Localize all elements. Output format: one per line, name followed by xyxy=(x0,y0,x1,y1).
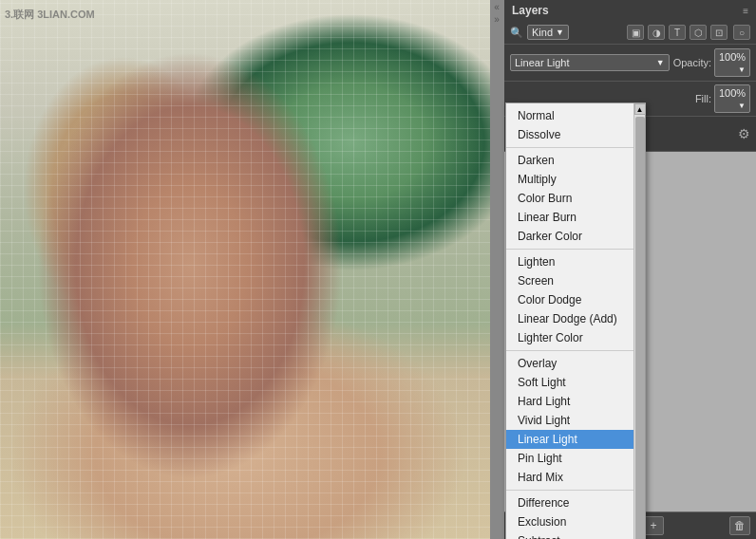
scroll-up-button[interactable]: ▲ xyxy=(634,103,646,115)
blend-hard-light[interactable]: Hard Light xyxy=(506,392,645,411)
panel-title: Layers xyxy=(512,4,549,17)
blend-section-normal: Normal Dissolve xyxy=(506,103,645,148)
filter-text-icon[interactable]: T xyxy=(669,25,686,40)
blend-section-difference: Difference Exclusion Subtract Divide xyxy=(506,491,645,539)
delete-layer-button[interactable]: 🗑 xyxy=(729,516,750,535)
blend-linear-dodge[interactable]: Linear Dodge (Add) xyxy=(506,309,645,328)
blend-screen[interactable]: Screen xyxy=(506,271,645,290)
watermark: 3.联网 3LIAN.COM xyxy=(5,8,95,22)
blend-section-lighten: Lighten Screen Color Dodge Linear Dodge … xyxy=(506,250,645,351)
scroll-thumb[interactable] xyxy=(635,117,645,539)
new-layer-button[interactable]: + xyxy=(643,516,664,535)
panel-collapser[interactable]: « » xyxy=(490,0,503,539)
blend-lighten[interactable]: Lighten xyxy=(506,252,645,271)
filter-icons: ▣ ◑ T ⬡ ⊡ xyxy=(627,25,728,40)
new-layer-icon: + xyxy=(650,519,656,532)
opacity-arrow: ▼ xyxy=(738,65,746,74)
filter-bar: 🔍 Kind ▼ ▣ ◑ T ⬡ ⊡ ○ xyxy=(504,21,756,45)
filter-adjust-icon[interactable]: ◑ xyxy=(648,25,665,40)
blend-dissolve[interactable]: Dissolve xyxy=(506,125,645,144)
filter-kind-label: Kind xyxy=(532,27,553,38)
collapse-left-icon[interactable]: « xyxy=(494,2,500,12)
blend-mode-bar: Linear Light ▼ Opacity: 100% ▼ xyxy=(504,45,756,82)
opacity-wrap: Opacity: 100% ▼ xyxy=(673,48,750,77)
blend-mode-arrow: ▼ xyxy=(656,58,665,67)
canvas-area: 3.联网 3LIAN.COM xyxy=(0,0,503,539)
panel-menu-icon[interactable]: ≡ xyxy=(743,6,748,16)
blend-exclusion[interactable]: Exclusion xyxy=(506,512,645,531)
blend-soft-light[interactable]: Soft Light xyxy=(506,373,645,392)
filter-shape-icon[interactable]: ⬡ xyxy=(690,25,707,40)
filter-kind-arrow: ▼ xyxy=(556,28,564,37)
filter-smart-icon[interactable]: ⊡ xyxy=(710,25,728,40)
blend-hard-mix[interactable]: Hard Mix xyxy=(506,468,645,487)
blend-mode-value: Linear Light xyxy=(515,57,570,68)
blend-normal[interactable]: Normal xyxy=(506,106,645,125)
filter-kind-select[interactable]: Kind ▼ xyxy=(527,25,569,40)
delete-icon: 🗑 xyxy=(734,519,746,532)
blend-difference[interactable]: Difference xyxy=(506,493,645,512)
opacity-label: Opacity: xyxy=(673,57,711,68)
filter-toggle-btn[interactable]: ○ xyxy=(733,25,750,40)
panel-title-bar: Layers ≡ xyxy=(504,0,756,21)
blend-multiply[interactable]: Multiply xyxy=(506,170,645,189)
blend-mode-select[interactable]: Linear Light ▼ xyxy=(510,54,670,71)
blend-color-burn[interactable]: Color Burn xyxy=(506,189,645,208)
blend-section-darken: Darken Multiply Color Burn Linear Burn D… xyxy=(506,148,645,250)
layer-options-icon[interactable]: ⚙ xyxy=(738,126,750,141)
blend-mode-dropdown: Normal Dissolve Darken Multiply Color Bu… xyxy=(505,102,646,539)
fill-arrow: ▼ xyxy=(738,102,746,110)
blend-lighter-color[interactable]: Lighter Color xyxy=(506,328,645,347)
blend-color-dodge[interactable]: Color Dodge xyxy=(506,290,645,309)
blend-linear-light[interactable]: Linear Light xyxy=(506,430,645,449)
collapse-right-icon[interactable]: » xyxy=(494,14,500,25)
blend-section-overlay: Overlay Soft Light Hard Light Vivid Ligh… xyxy=(506,351,645,491)
fill-wrap: Fill: 100% ▼ xyxy=(695,84,750,113)
fill-input[interactable]: 100% ▼ xyxy=(714,84,750,113)
opacity-input[interactable]: 100% ▼ xyxy=(714,48,750,77)
blend-linear-burn[interactable]: Linear Burn xyxy=(506,208,645,227)
blend-pin-light[interactable]: Pin Light xyxy=(506,449,645,468)
blend-subtract[interactable]: Subtract xyxy=(506,531,645,539)
blend-darker-color[interactable]: Darker Color xyxy=(506,227,645,246)
dropdown-scrollbar[interactable]: ▲ ▼ xyxy=(633,103,645,539)
blend-vivid-light[interactable]: Vivid Light xyxy=(506,411,645,430)
blend-darken[interactable]: Darken xyxy=(506,151,645,170)
filter-pixel-icon[interactable]: ▣ xyxy=(627,25,644,40)
fill-label: Fill: xyxy=(695,93,711,104)
blend-overlay[interactable]: Overlay xyxy=(506,354,645,373)
filter-icon: 🔍 xyxy=(510,27,523,39)
